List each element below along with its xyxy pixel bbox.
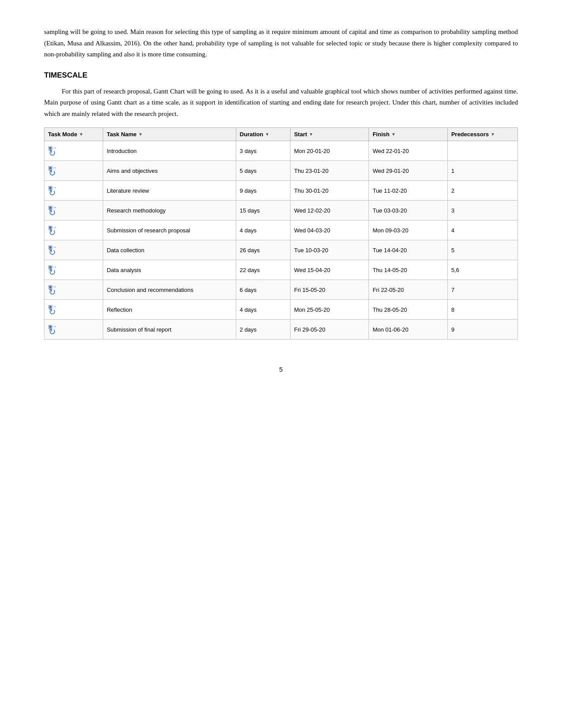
task-name-cell: Conclusion and recommendations [103,280,236,300]
start-cell: Mon 20-01-20 [290,141,369,161]
start-cell: Thu 30-01-20 [290,181,369,201]
table-row: ▣→ ↻ Introduction3 daysMon 20-01-20Wed 2… [45,141,518,161]
start-dropdown-arrow[interactable]: ▼ [309,132,313,137]
predecessors-cell: 3 [447,201,517,220]
table-row: ▣→ ↻ Submission of research proposal4 da… [45,220,518,240]
predecessors-cell [447,141,517,161]
section-heading-timescale: TIMESCALE [44,71,518,80]
timescale-paragraph: For this part of research proposal, Gant… [44,86,518,120]
predecessors-cell: 8 [447,300,517,320]
task-mode-icon: ▣→ ↻ [48,324,56,336]
th-start[interactable]: Start ▼ [290,128,369,141]
task-mode-icon: ▣→ ↻ [48,146,56,157]
predecessors-cell: 5 [447,240,517,260]
table-row: ▣→ ↻ Literature review9 daysThu 30-01-20… [45,181,518,201]
task-mode-dropdown-arrow[interactable]: ▼ [79,132,83,137]
predecessors-cell: 9 [447,320,517,340]
duration-cell: 15 days [236,201,290,220]
th-task-mode[interactable]: Task Mode ▼ [45,128,103,141]
gantt-table: Task Mode ▼ Task Name ▼ Duration ▼ Start [44,127,518,340]
task-mode-icon: ▣→ ↻ [48,265,56,276]
finish-dropdown-arrow[interactable]: ▼ [391,132,396,137]
finish-cell: Tue 03-03-20 [369,201,447,220]
task-name-cell: Introduction [103,141,236,161]
task-mode-icon: ▣→ ↻ [48,205,56,217]
duration-cell: 22 days [236,260,290,280]
task-name-cell: Reflection [103,300,236,320]
table-row: ▣→ ↻ Data collection26 daysTue 10-03-20T… [45,240,518,260]
task-mode-cell: ▣→ ↻ [45,220,103,240]
start-cell: Fri 15-05-20 [290,280,369,300]
th-finish[interactable]: Finish ▼ [369,128,447,141]
table-row: ▣→ ↻ Research methodology15 daysWed 12-0… [45,201,518,220]
task-mode-cell: ▣→ ↻ [45,161,103,181]
task-mode-icon: ▣→ ↻ [48,304,56,316]
duration-cell: 26 days [236,240,290,260]
task-mode-cell: ▣→ ↻ [45,280,103,300]
table-row: ▣→ ↻ Aims and objectives5 daysThu 23-01-… [45,161,518,181]
task-mode-icon: ▣→ ↻ [48,245,56,257]
duration-dropdown-arrow[interactable]: ▼ [265,132,269,137]
predecessors-cell: 7 [447,280,517,300]
task-mode-icon: ▣→ ↻ [48,165,56,177]
finish-cell: Tue 14-04-20 [369,240,447,260]
finish-cell: Wed 22-01-20 [369,141,447,161]
table-row: ▣→ ↻ Submission of final report2 daysFri… [45,320,518,340]
duration-cell: 9 days [236,181,290,201]
finish-cell: Tue 11-02-20 [369,181,447,201]
duration-cell: 4 days [236,220,290,240]
th-predecessors[interactable]: Predecessors ▼ [447,128,517,141]
page-number: 5 [44,366,518,373]
start-cell: Wed 04-03-20 [290,220,369,240]
duration-cell: 4 days [236,300,290,320]
predecessors-cell: 4 [447,220,517,240]
start-cell: Thu 23-01-20 [290,161,369,181]
duration-cell: 5 days [236,161,290,181]
start-cell: Wed 12-02-20 [290,201,369,220]
task-mode-icon: ▣→ ↻ [48,185,56,197]
task-mode-cell: ▣→ ↻ [45,141,103,161]
task-name-cell: Submission of research proposal [103,220,236,240]
predecessors-cell: 5,6 [447,260,517,280]
table-row: ▣→ ↻ Reflection4 daysMon 25-05-20Thu 28-… [45,300,518,320]
intro-paragraph: sampling will be going to used. Main rea… [44,26,518,60]
th-duration[interactable]: Duration ▼ [236,128,290,141]
task-mode-cell: ▣→ ↻ [45,201,103,220]
task-name-cell: Submission of final report [103,320,236,340]
task-name-dropdown-arrow[interactable]: ▼ [138,132,143,137]
start-cell: Tue 10-03-20 [290,240,369,260]
predecessors-dropdown-arrow[interactable]: ▼ [491,132,495,137]
duration-cell: 6 days [236,280,290,300]
finish-cell: Wed 29-01-20 [369,161,447,181]
task-mode-cell: ▣→ ↻ [45,320,103,340]
task-name-cell: Data collection [103,240,236,260]
task-name-cell: Data analysis [103,260,236,280]
task-mode-cell: ▣→ ↻ [45,240,103,260]
duration-cell: 2 days [236,320,290,340]
task-mode-cell: ▣→ ↻ [45,260,103,280]
task-mode-icon: ▣→ ↻ [48,225,56,237]
task-name-cell: Research methodology [103,201,236,220]
finish-cell: Thu 28-05-20 [369,300,447,320]
predecessors-cell: 1 [447,161,517,181]
task-name-cell: Literature review [103,181,236,201]
th-task-name[interactable]: Task Name ▼ [103,128,236,141]
task-name-cell: Aims and objectives [103,161,236,181]
table-row: ▣→ ↻ Conclusion and recommendations6 day… [45,280,518,300]
table-row: ▣→ ↻ Data analysis22 daysWed 15-04-20Thu… [45,260,518,280]
start-cell: Mon 25-05-20 [290,300,369,320]
finish-cell: Mon 09-03-20 [369,220,447,240]
task-mode-cell: ▣→ ↻ [45,300,103,320]
task-mode-icon: ▣→ ↻ [48,284,56,296]
finish-cell: Thu 14-05-20 [369,260,447,280]
start-cell: Fri 29-05-20 [290,320,369,340]
finish-cell: Fri 22-05-20 [369,280,447,300]
task-mode-cell: ▣→ ↻ [45,181,103,201]
predecessors-cell: 2 [447,181,517,201]
finish-cell: Mon 01-06-20 [369,320,447,340]
duration-cell: 3 days [236,141,290,161]
start-cell: Wed 15-04-20 [290,260,369,280]
